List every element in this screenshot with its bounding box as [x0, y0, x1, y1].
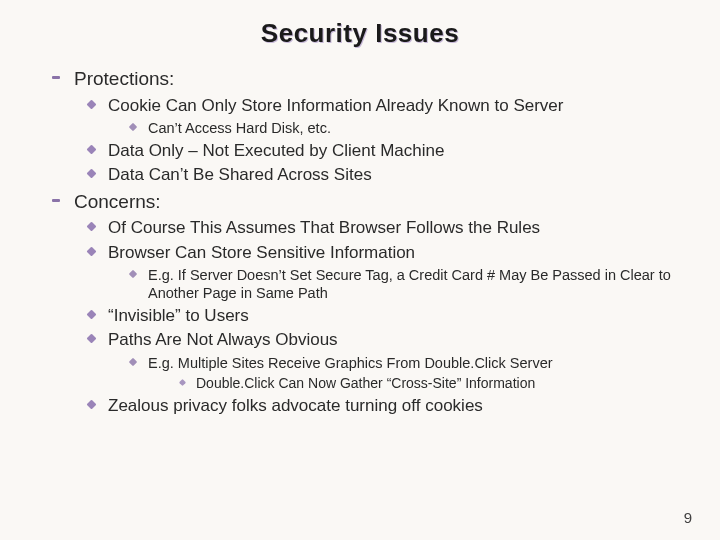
list-item: Of Course This Assumes That Browser Foll… [88, 217, 680, 238]
page-number: 9 [684, 509, 692, 526]
list-item: E.g. If Server Doesn’t Set Secure Tag, a… [130, 266, 680, 302]
section-heading-protections: Protections: [46, 67, 680, 91]
slide-title: Security Issues [40, 18, 680, 49]
content-list: Protections: Cookie Can Only Store Infor… [40, 67, 680, 417]
section-heading-concerns: Concerns: [46, 190, 680, 214]
list-item: Paths Are Not Always Obvious [88, 329, 680, 350]
list-item: Can’t Access Hard Disk, etc. [130, 119, 680, 137]
list-item: Cookie Can Only Store Information Alread… [88, 95, 680, 116]
list-item: Data Can’t Be Shared Across Sites [88, 164, 680, 185]
list-item: “Invisible” to Users [88, 305, 680, 326]
list-item: Double.Click Can Now Gather “Cross-Site”… [180, 375, 680, 393]
list-item: E.g. Multiple Sites Receive Graphics Fro… [130, 354, 680, 372]
list-item: Browser Can Store Sensitive Information [88, 242, 680, 263]
list-item: Zealous privacy folks advocate turning o… [88, 395, 680, 416]
slide: Security Issues Protections: Cookie Can … [0, 0, 720, 540]
list-item: Data Only – Not Executed by Client Machi… [88, 140, 680, 161]
